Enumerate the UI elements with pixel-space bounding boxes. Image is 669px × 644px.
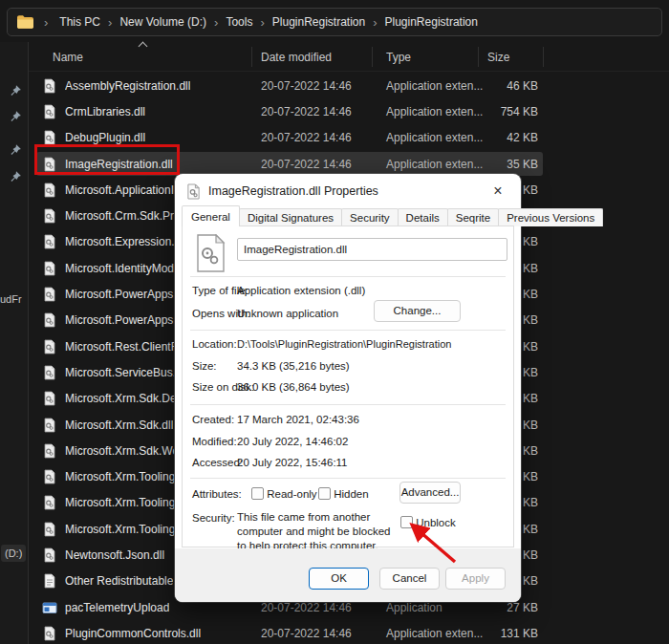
column-divider[interactable] — [478, 47, 479, 67]
dll-file-icon — [42, 261, 57, 276]
file-date-modified: 20-07-2022 14:46 — [261, 131, 352, 144]
dll-file-icon — [42, 182, 57, 198]
column-header-date-modified[interactable]: Date modified — [261, 51, 332, 64]
checkbox-icon[interactable] — [318, 487, 331, 500]
file-name: Microsoft.Xrm.Tooling.Ui. — [65, 523, 192, 536]
dll-file-icon — [42, 418, 57, 433]
divider — [190, 404, 506, 405]
file-name: pacTelemetryUpload — [65, 601, 169, 614]
file-row[interactable]: PluginCommonControls.dll 20-07-2022 14:4… — [29, 620, 669, 644]
column-header-type[interactable]: Type — [386, 51, 411, 64]
annotation-highlight-box — [34, 144, 180, 175]
hidden-label: Hidden — [334, 488, 368, 500]
pin-icon — [8, 170, 22, 184]
hidden-checkbox[interactable]: Hidden — [318, 487, 369, 500]
pin-icon — [8, 110, 22, 124]
accessed-value: 20 July 2022, 15:46:11 — [237, 457, 348, 468]
size-value: 34.3 KB (35,216 bytes) — [237, 360, 350, 372]
tab-details[interactable]: Details — [398, 208, 448, 226]
breadcrumb[interactable]: › This PC›New Volume (D:)›Tools›PluginRe… — [7, 8, 662, 36]
chevron-right-icon: › — [41, 16, 51, 29]
attributes-label: Attributes: — [192, 488, 242, 500]
advanced-button[interactable]: Advanced... — [399, 482, 461, 504]
modified-value: 20 July 2022, 14:46:02 — [237, 436, 348, 447]
chevron-right-icon: › — [257, 16, 267, 29]
file-size: 46 KB — [442, 79, 538, 93]
tab-digital-signatures[interactable]: Digital Signatures — [239, 208, 342, 226]
apply-button[interactable]: Apply — [445, 568, 506, 590]
location-value: D:\Tools\PluginRegistration\PluginRegist… — [237, 338, 451, 350]
change-button[interactable]: Change... — [374, 300, 461, 322]
breadcrumb-item[interactable]: PluginRegistration — [380, 13, 483, 31]
column-divider[interactable] — [372, 47, 373, 67]
dll-file-icon — [42, 365, 57, 380]
dll-file-icon — [42, 234, 57, 249]
dll-file-icon — [42, 312, 57, 328]
column-header-size[interactable]: Size — [487, 51, 509, 64]
readonly-checkbox[interactable]: Read-only — [251, 487, 317, 500]
file-size: 35 KB — [442, 158, 538, 171]
type-of-file-value: Application extension (.dll) — [237, 285, 365, 296]
column-header-name[interactable]: Name — [53, 51, 83, 64]
dll-file-icon — [42, 391, 57, 406]
created-value: 17 March 2021, 02:43:36 — [237, 414, 359, 425]
dll-file-icon — [42, 208, 57, 224]
file-row[interactable]: CrmLibraries.dll 20-07-2022 14:46 Applic… — [29, 98, 669, 124]
breadcrumb-item[interactable]: This PC — [54, 13, 105, 31]
dll-file-icon — [42, 469, 57, 484]
file-name-input[interactable] — [237, 238, 507, 261]
file-name: Microsoft.Xrm.Tooling.Cr — [65, 496, 190, 509]
dll-file-icon — [42, 495, 57, 510]
checkbox-icon[interactable] — [251, 487, 264, 500]
accessed-label: Accessed: — [192, 457, 243, 468]
file-name: Newtonsoft.Json.dll — [65, 548, 164, 562]
breadcrumb-item[interactable]: PluginRegistration — [268, 13, 370, 31]
dll-file-icon — [42, 547, 57, 563]
navigation-pane[interactable]: udFr (D:) — [0, 42, 29, 644]
breadcrumb-item[interactable]: New Volume (D:) — [115, 13, 211, 31]
file-date-modified: 20-07-2022 14:46 — [261, 627, 352, 640]
divider — [190, 330, 506, 331]
file-name: Microsoft.ServiceBus.dll — [65, 366, 187, 379]
dll-file-icon — [186, 183, 201, 200]
file-date-modified: 20-07-2022 14:46 — [261, 79, 352, 93]
file-date-modified: 20-07-2022 14:46 — [261, 105, 352, 118]
size-label: Size: — [192, 360, 217, 372]
file-row[interactable]: AssemblyRegistration.dll 20-07-2022 14:4… — [29, 73, 669, 98]
file-name: Microsoft.ApplicationInsi — [65, 183, 188, 197]
divider — [190, 276, 506, 277]
sort-ascending-icon — [139, 42, 148, 52]
file-name: AssemblyRegistration.dll — [65, 79, 190, 93]
nav-item-fragment[interactable]: udFr — [0, 293, 22, 305]
file-name: CrmLibraries.dll — [65, 105, 145, 118]
tab-previous-versions[interactable]: Previous Versions — [498, 208, 603, 226]
file-date-modified: 20-07-2022 14:46 — [261, 158, 352, 171]
dll-file-icon — [42, 339, 57, 354]
header-divider — [29, 71, 669, 72]
created-label: Created: — [192, 414, 234, 425]
ok-button[interactable]: OK — [309, 568, 369, 590]
dll-file-icon — [42, 443, 57, 459]
column-divider[interactable] — [251, 47, 252, 67]
dll-file-icon — [42, 522, 57, 537]
tab-security[interactable]: Security — [341, 208, 399, 226]
breadcrumb-item[interactable]: Tools — [221, 13, 257, 31]
dll-file-icon — [42, 78, 57, 94]
folder-icon — [17, 15, 33, 29]
cancel-button[interactable]: Cancel — [379, 568, 440, 590]
doc-file-icon — [42, 573, 57, 589]
column-divider[interactable] — [543, 47, 544, 67]
dialog-title: ImageRegistration.dll Properties — [208, 184, 378, 198]
dialog-titlebar[interactable]: ImageRegistration.dll Properties × — [175, 174, 521, 208]
file-name: DebugPlugin.dll — [65, 131, 145, 144]
dll-file-icon — [42, 130, 57, 145]
file-size: 131 KB — [442, 627, 538, 640]
tab-seqrite[interactable]: Seqrite — [447, 208, 499, 226]
tab-general[interactable]: General — [182, 205, 240, 226]
file-size: 754 KB — [442, 105, 538, 118]
file-name: Microsoft.Xrm.Tooling.Co — [65, 470, 193, 483]
file-date-modified: 20-07-2022 14:46 — [261, 601, 352, 614]
nav-item-drive[interactable]: (D:) — [1, 545, 26, 562]
modified-label: Modified: — [192, 436, 237, 447]
close-icon[interactable]: × — [486, 180, 509, 203]
